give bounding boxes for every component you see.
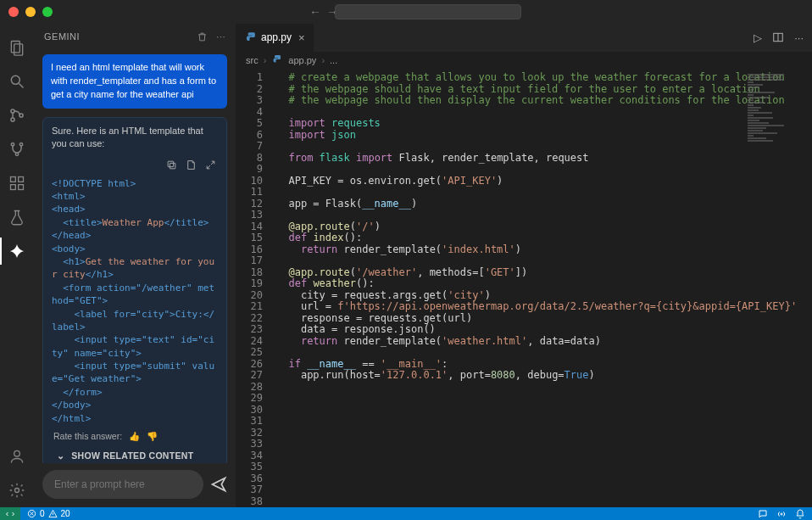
split-editor-icon[interactable] xyxy=(772,31,784,43)
extensions-icon[interactable] xyxy=(0,166,34,200)
prompt-row xyxy=(34,463,236,507)
tab-app-py[interactable]: app.py × xyxy=(236,24,314,52)
chat-assistant-card: Sure. Here is an HTML template that you … xyxy=(42,117,227,463)
insert-code-icon[interactable] xyxy=(186,159,197,171)
chevron-right-icon: › xyxy=(321,55,325,65)
related-toggle[interactable]: ⌄ SHOW RELATED CONTENT xyxy=(52,445,218,463)
status-right xyxy=(758,509,805,519)
testing-icon[interactable] xyxy=(0,200,34,234)
svg-rect-0 xyxy=(11,42,19,53)
code-area[interactable]: 1234567891011121314151617181920212223242… xyxy=(236,70,812,507)
svg-rect-12 xyxy=(11,185,16,190)
chat-scroll: I need an html template that will work w… xyxy=(34,49,236,463)
assistant-code-block: <!DOCTYPE html> <html> <head> <title>Wea… xyxy=(52,177,218,425)
source-control-icon[interactable] xyxy=(0,98,34,132)
more-icon[interactable]: ··· xyxy=(216,31,225,42)
svg-point-7 xyxy=(11,143,14,146)
warning-count: 20 xyxy=(61,509,70,518)
trash-icon[interactable] xyxy=(197,31,208,42)
line-gutter: 1234567891011121314151617181920212223242… xyxy=(236,70,271,507)
crumb-file[interactable]: app.py xyxy=(288,55,316,65)
svg-rect-10 xyxy=(11,177,16,182)
maximize-window-button[interactable] xyxy=(42,7,53,17)
feedback-icon[interactable] xyxy=(758,509,768,519)
svg-rect-1 xyxy=(14,44,23,55)
nav-arrows: ← → xyxy=(309,0,338,24)
code-block-actions xyxy=(52,156,218,174)
svg-rect-13 xyxy=(19,185,24,190)
svg-rect-11 xyxy=(19,177,24,182)
minimize-window-button[interactable] xyxy=(25,7,36,17)
window-controls xyxy=(0,7,53,17)
sidebar-title: GEMINI xyxy=(44,31,80,42)
editor-tabs: app.py × ▷ ··· xyxy=(236,24,812,52)
svg-point-5 xyxy=(11,118,14,121)
svg-point-8 xyxy=(19,143,22,146)
svg-line-3 xyxy=(19,84,24,88)
status-bar: 0 20 xyxy=(0,507,812,520)
copy-code-icon[interactable] xyxy=(166,159,177,171)
python-file-icon xyxy=(244,31,256,43)
tab-label: app.py xyxy=(261,31,292,43)
svg-rect-17 xyxy=(168,161,174,167)
python-file-icon xyxy=(271,54,283,66)
gear-icon[interactable] xyxy=(0,473,34,507)
chevron-right-icon: › xyxy=(264,55,267,65)
expand-code-icon[interactable] xyxy=(205,159,216,171)
titlebar: ← → xyxy=(0,0,812,24)
problems-button[interactable]: 0 20 xyxy=(27,509,70,518)
send-icon[interactable] xyxy=(210,476,227,493)
remote-button[interactable] xyxy=(0,507,20,520)
thumbs-up-icon[interactable]: 👍 xyxy=(129,430,140,443)
prompt-input[interactable] xyxy=(42,470,203,499)
thumbs-down-icon[interactable]: 👎 xyxy=(147,430,158,443)
account-icon[interactable] xyxy=(0,439,34,473)
close-window-button[interactable] xyxy=(8,7,19,17)
related-label: SHOW RELATED CONTENT xyxy=(71,450,193,462)
crumb-more[interactable]: ... xyxy=(330,55,337,65)
code-lines[interactable]: # create a webpage that allows you to lo… xyxy=(271,70,812,507)
tabs-actions: ▷ ··· xyxy=(754,24,812,52)
svg-rect-16 xyxy=(170,163,175,169)
svg-point-14 xyxy=(14,450,20,456)
sidebar-header: GEMINI ··· xyxy=(34,24,236,49)
command-center-input[interactable] xyxy=(335,4,521,20)
chat-user-message: I need an html template that will work w… xyxy=(42,54,227,109)
more-tab-icon[interactable]: ··· xyxy=(794,31,804,44)
branches-icon[interactable] xyxy=(0,132,34,166)
rate-label: Rate this answer: xyxy=(53,430,122,443)
explorer-icon[interactable] xyxy=(0,31,34,64)
bell-icon[interactable] xyxy=(795,509,805,519)
search-icon[interactable] xyxy=(0,64,34,98)
svg-point-15 xyxy=(15,489,19,493)
close-tab-icon[interactable]: × xyxy=(298,31,305,44)
gemini-icon[interactable] xyxy=(0,234,34,268)
breadcrumb[interactable]: src › app.py › ... xyxy=(236,52,812,70)
crumb-src[interactable]: src xyxy=(246,55,259,65)
assistant-intro-text: Sure. Here is an HTML template that you … xyxy=(52,125,218,151)
rate-row: Rate this answer: 👍 👎 xyxy=(52,425,218,445)
editor-group: app.py × ▷ ··· src › app.py › ... 123456… xyxy=(236,24,812,507)
activity-bar xyxy=(0,24,34,507)
gemini-sidebar: GEMINI ··· I need an html template that … xyxy=(34,24,236,507)
svg-point-4 xyxy=(11,109,14,113)
run-icon[interactable]: ▷ xyxy=(754,31,762,44)
nav-back-icon[interactable]: ← xyxy=(309,5,321,19)
broadcast-icon[interactable] xyxy=(776,509,787,519)
error-count: 0 xyxy=(40,509,45,518)
svg-point-24 xyxy=(781,513,782,515)
chevron-down-icon: ⌄ xyxy=(57,450,64,462)
svg-point-2 xyxy=(11,75,19,84)
